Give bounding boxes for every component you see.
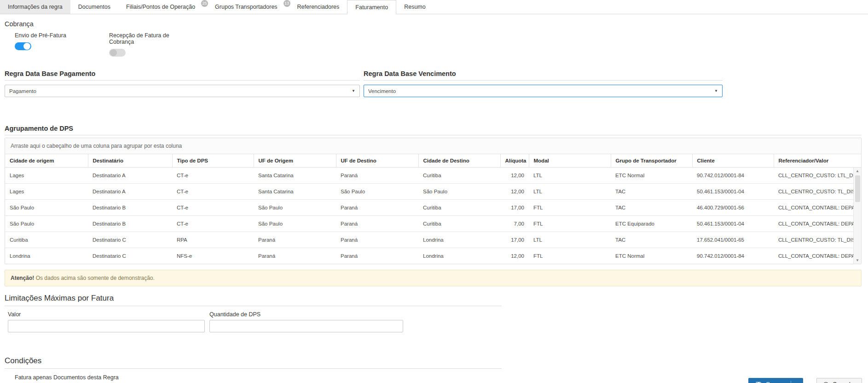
table-cell: 50.461.153/0001-04 (692, 216, 774, 232)
grid-vertical-scrollbar[interactable]: ▲ ▼ (853, 168, 861, 264)
table-cell: TAC (611, 232, 692, 248)
table-cell: TAC (611, 200, 692, 216)
limitacoes-fields: Valor Quantidade de DPS (5, 311, 862, 332)
table-cell: LTL (529, 184, 611, 200)
grid-group-drop-zone[interactable]: Arraste aqui o cabeçalho de uma coluna p… (5, 138, 861, 154)
table-cell: Paraná (336, 168, 418, 184)
tab-informacoes-da-regra[interactable]: Informações da regra (0, 0, 70, 14)
selected-value: Vencimento (368, 88, 396, 94)
save-options-button[interactable] (791, 378, 803, 383)
table-cell: 12,00 (500, 248, 529, 264)
tab-label: Grupos Transportadores (215, 4, 278, 10)
scroll-down-icon[interactable]: ▼ (854, 257, 861, 264)
quantidade-dps-input[interactable] (209, 320, 403, 332)
table-row[interactable]: LagesDestinatario ACT-eSanta CatarinaPar… (5, 168, 853, 184)
regra-vencimento-title: Regra Data Base Vencimento (364, 70, 723, 81)
table-cell: Destinatario B (88, 200, 172, 216)
table-cell: Curitiba (418, 200, 500, 216)
column-header-tipo-dps[interactable]: Tipo de DPS (172, 154, 254, 168)
scrollbar-thumb[interactable] (855, 175, 860, 202)
table-row[interactable]: LagesDestinatario ACT-eSanta CatarinaSão… (5, 184, 853, 200)
tab-documentos[interactable]: Documentos (70, 0, 118, 14)
save-split-button: Gravar (748, 378, 803, 383)
column-header-cliente[interactable]: Cliente (692, 154, 774, 168)
regra-vencimento-select[interactable]: Vencimento ▼ (364, 85, 723, 97)
table-cell: TAC (611, 184, 692, 200)
tab-resumo[interactable]: Resumo (396, 0, 434, 14)
table-cell: 90.742.012/0001-84 (692, 168, 774, 184)
table-row[interactable]: São PauloDestinatario BCT-eSão PauloPara… (5, 200, 853, 216)
table-cell: São Paulo (254, 216, 336, 232)
table-cell: CT-e (172, 168, 254, 184)
table-cell: CT-e (172, 216, 254, 232)
fatura-apenas-label: Fatura apenas Documentos desta Regra (15, 374, 862, 381)
column-header-referenciador-valor[interactable]: Referenciador/Valor (774, 154, 861, 168)
column-header-aliquota[interactable]: Alíquota (500, 154, 529, 168)
column-header-uf-origem[interactable]: UF de Origem (254, 154, 336, 168)
data-base-section: Regra Data Base Pagamento Pagamento ▼ Re… (5, 70, 862, 97)
chevron-down-icon: ▼ (352, 89, 355, 93)
chevron-down-icon: ▼ (714, 89, 718, 93)
table-row[interactable]: São PauloDestinatario BCT-eSão PauloPara… (5, 216, 853, 232)
table-cell: Paraná (336, 200, 418, 216)
table-cell: Londrina (418, 248, 500, 264)
table-cell: RPA (172, 232, 254, 248)
table-cell: São Paulo (5, 216, 88, 232)
tab-label: Filiais/Pontos de Operação (126, 4, 195, 10)
table-cell: LTL (529, 232, 611, 248)
grid-rows-table: LagesDestinatario ACT-eSanta CatarinaPar… (5, 168, 853, 264)
cobranca-toggles: Envio de Pré-Fatura Recepção de Fatura d… (5, 32, 862, 57)
toggle-knob (110, 49, 117, 56)
envio-pre-fatura-toggle[interactable] (15, 42, 31, 50)
valor-input[interactable] (8, 320, 205, 332)
envio-pre-fatura-group: Envio de Pré-Fatura (5, 32, 99, 57)
column-header-uf-destino[interactable]: UF de Destino (336, 154, 418, 168)
warning-text: Os dados acima são somente de demonstraç… (34, 275, 154, 281)
table-cell: Londrina (418, 232, 500, 248)
table-cell: Santa Catarina (254, 168, 336, 184)
table-cell: 17,00 (500, 200, 529, 216)
column-header-destinatario[interactable]: Destinatário (88, 154, 172, 168)
table-cell: Paraná (254, 232, 336, 248)
table-row[interactable]: CuritibaDestinatario CRPAParanáParanáLon… (5, 232, 853, 248)
tab-referenciadores[interactable]: Referenciadores (289, 0, 347, 14)
table-cell: Curitiba (418, 168, 500, 184)
regra-pagamento-select[interactable]: Pagamento ▼ (5, 85, 360, 97)
tab-bar: Informações da regra Documentos Filiais/… (0, 0, 868, 14)
tab-faturamento[interactable]: Faturamento (347, 0, 396, 14)
scrollbar-track[interactable] (854, 202, 861, 257)
column-header-cidade-origem[interactable]: Cidade de origem (5, 154, 88, 168)
table-cell: CLL_CENTRO_CUSTO: TL_DIST (774, 232, 853, 248)
save-button[interactable]: Gravar (748, 381, 791, 383)
table-cell: São Paulo (254, 200, 336, 216)
tab-grupos-transportadores[interactable]: Grupos Transportadores 13 (207, 0, 289, 14)
table-cell: São Paulo (5, 200, 88, 216)
table-row[interactable]: LondrinaDestinatario CNFS-eParanáParanáL… (5, 248, 853, 264)
table-cell: ETC Normal (611, 248, 692, 264)
valor-field-group: Valor (8, 311, 205, 332)
table-cell: Londrina (5, 248, 88, 264)
table-cell: 17,00 (500, 232, 529, 248)
column-header-grupo-transportador[interactable]: Grupo de Transportador (611, 154, 692, 168)
toggle-knob (23, 43, 30, 50)
recepcao-fatura-toggle[interactable] (109, 49, 126, 57)
faturamento-panel: Cobrança Envio de Pré-Fatura Recepção de… (0, 20, 868, 383)
cancel-button[interactable]: Cancelar (816, 378, 862, 383)
table-cell: Lages (5, 184, 88, 200)
recepcao-fatura-label: Recepção de Fatura de Cobrança (109, 32, 193, 45)
table-cell: CLL_CONTA_CONTABIL: DEPART_B (774, 216, 853, 232)
table-cell: Paraná (254, 248, 336, 264)
dps-grid: Arraste aqui o cabeçalho de uma coluna p… (5, 138, 862, 264)
grid-body: LagesDestinatario ACT-eSanta CatarinaPar… (5, 168, 861, 264)
scroll-up-icon[interactable]: ▲ (854, 168, 861, 174)
table-cell: CLL_CONTA_CONTABIL: DEPART_A (774, 200, 853, 216)
save-button-label: Gravar (766, 381, 783, 383)
table-cell: FTL (529, 248, 611, 264)
table-cell: São Paulo (336, 184, 418, 200)
table-cell: 7,00 (500, 216, 529, 232)
column-header-modal[interactable]: Modal (529, 154, 611, 168)
table-cell: Paraná (336, 216, 418, 232)
tab-filiais-pontos-de-operacao[interactable]: Filiais/Pontos de Operação 25 (118, 0, 207, 14)
table-cell: CLL_CONTA_CONTABIL: DEPART_A (774, 248, 853, 264)
column-header-cidade-destino[interactable]: Cidade de Destino (418, 154, 500, 168)
